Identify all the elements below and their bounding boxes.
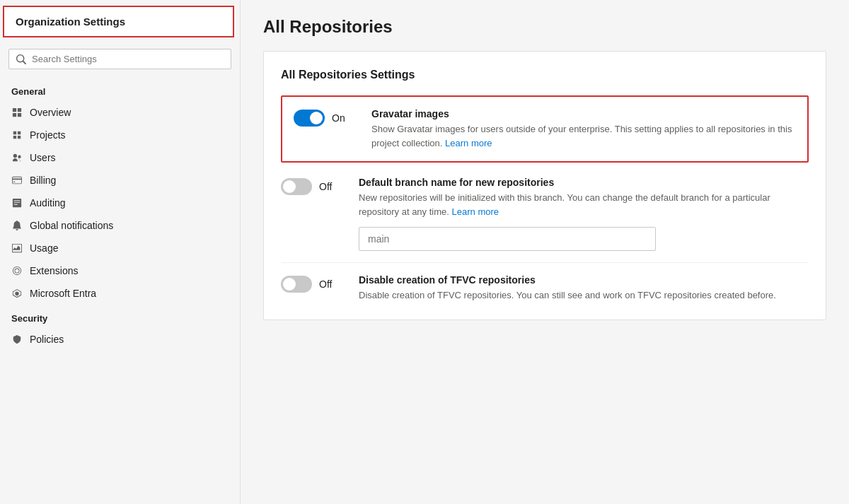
gravatar-name: Gravatar images xyxy=(371,108,796,119)
sidebar-item-policies[interactable]: Policies xyxy=(0,328,240,351)
sidebar-projects-label: Projects xyxy=(30,129,66,141)
sidebar-item-microsoft-entra[interactable]: Microsoft Entra xyxy=(0,282,240,305)
tfvc-desc: Disable creation of TFVC repositories. Y… xyxy=(359,288,809,303)
entra-icon xyxy=(11,288,23,299)
default-branch-toggle-area: Off xyxy=(281,177,345,195)
main-content: All Repositories All Repositories Settin… xyxy=(241,0,849,504)
gravatar-learn-more-link[interactable]: Learn more xyxy=(445,138,492,148)
default-branch-desc: New repositories will be initialized wit… xyxy=(359,191,809,218)
sidebar-item-billing[interactable]: Billing xyxy=(0,169,240,192)
auditing-icon xyxy=(11,197,23,209)
gravatar-knob xyxy=(310,112,323,124)
page-title: All Repositories xyxy=(263,17,826,37)
tfvc-toggle-label: Off xyxy=(319,279,332,290)
sidebar-global-notifications-label: Global notifications xyxy=(30,220,113,231)
sidebar-item-projects[interactable]: Projects xyxy=(0,124,240,146)
gravatar-toggle-label: On xyxy=(332,112,345,124)
notifications-icon xyxy=(11,220,23,231)
gravatar-setting-row: On Gravatar images Show Gravatar images … xyxy=(281,95,809,163)
security-section-label: Security xyxy=(0,305,240,328)
sidebar-item-global-notifications[interactable]: Global notifications xyxy=(0,214,240,237)
general-section-label: General xyxy=(0,78,240,101)
default-branch-learn-more-link[interactable]: Learn more xyxy=(452,206,499,217)
gravatar-desc: Show Gravatar images for users outside o… xyxy=(371,122,796,150)
settings-card: All Repositories Settings On Gravatar im… xyxy=(263,51,826,320)
gravatar-slider xyxy=(294,110,325,127)
sidebar-item-users[interactable]: Users xyxy=(0,146,240,169)
default-branch-knob xyxy=(283,180,296,193)
default-branch-toggle-label: Off xyxy=(319,181,332,192)
search-box[interactable] xyxy=(8,49,231,69)
search-input[interactable] xyxy=(32,54,224,64)
tfvc-toggle-area: Off xyxy=(281,274,345,293)
gravatar-toggle-area: On xyxy=(294,108,357,127)
tfvc-info: Disable creation of TFVC repositories Di… xyxy=(359,274,809,303)
search-icon xyxy=(16,54,26,64)
sidebar-item-usage[interactable]: Usage xyxy=(0,237,240,259)
billing-icon xyxy=(11,175,23,186)
card-title: All Repositories Settings xyxy=(281,69,809,81)
org-settings-title: Organization Settings xyxy=(3,6,234,37)
projects-icon xyxy=(11,129,23,141)
usage-icon xyxy=(11,242,23,254)
sidebar-extensions-label: Extensions xyxy=(30,265,78,276)
users-icon xyxy=(11,152,23,163)
default-branch-setting-row: Off Default branch name for new reposito… xyxy=(281,165,809,263)
sidebar-usage-label: Usage xyxy=(30,242,58,254)
gravatar-info: Gravatar images Show Gravatar images for… xyxy=(371,108,796,150)
gravatar-toggle[interactable] xyxy=(294,110,325,127)
svg-rect-0 xyxy=(15,133,16,134)
sidebar-policies-label: Policies xyxy=(30,334,64,345)
default-branch-toggle[interactable] xyxy=(281,178,312,195)
grid-icon xyxy=(11,107,23,118)
branch-name-input[interactable] xyxy=(359,227,656,251)
tfvc-toggle[interactable] xyxy=(281,276,312,293)
default-branch-name: Default branch name for new repositories xyxy=(359,177,809,188)
gravatar-desc-text: Show Gravatar images for users outside o… xyxy=(371,124,792,148)
sidebar-billing-label: Billing xyxy=(30,175,56,186)
default-branch-desc-text: New repositories will be initialized wit… xyxy=(359,192,770,217)
sidebar-item-extensions[interactable]: Extensions xyxy=(0,259,240,282)
sidebar: Organization Settings General Overview xyxy=(0,0,241,504)
extensions-icon xyxy=(11,265,23,276)
sidebar-microsoft-entra-label: Microsoft Entra xyxy=(30,288,96,299)
default-branch-info: Default branch name for new repositories… xyxy=(359,177,809,251)
tfvc-setting-row: Off Disable creation of TFVC repositorie… xyxy=(281,263,809,303)
sidebar-nav: General Overview Projects xyxy=(0,78,240,504)
policies-icon xyxy=(11,334,23,345)
sidebar-auditing-label: Auditing xyxy=(30,197,66,209)
sidebar-item-auditing[interactable]: Auditing xyxy=(0,192,240,214)
tfvc-name: Disable creation of TFVC repositories xyxy=(359,274,809,286)
sidebar-overview-label: Overview xyxy=(30,107,71,118)
default-branch-slider xyxy=(281,178,312,195)
tfvc-knob xyxy=(283,278,296,291)
sidebar-users-label: Users xyxy=(30,152,56,163)
sidebar-item-overview[interactable]: Overview xyxy=(0,101,240,124)
tfvc-slider xyxy=(281,276,312,293)
